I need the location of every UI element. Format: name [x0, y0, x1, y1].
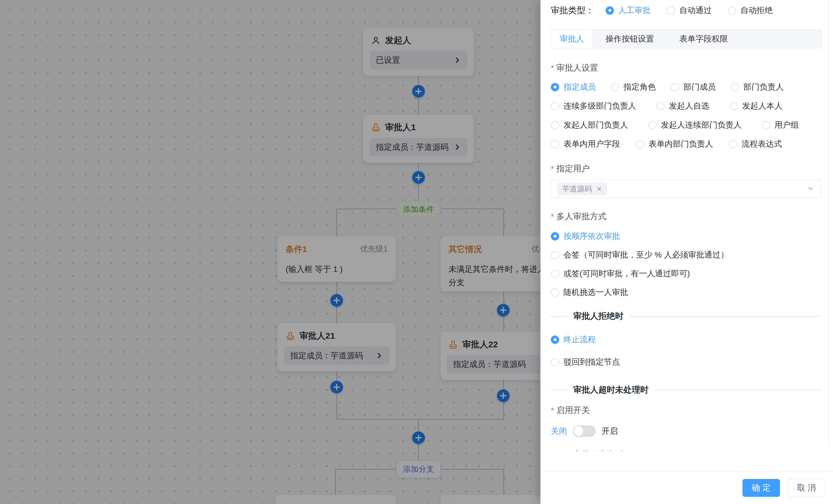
radio-random-one[interactable]: 随机挑选一人审批 — [551, 287, 628, 298]
multi-mode-row1: 按顺序依次审批 — [551, 230, 822, 242]
radio-dept-member[interactable]: 部门成员 — [671, 81, 716, 93]
radio-initiator-self[interactable]: 发起人本人 — [730, 101, 783, 111]
reject-row2: 驳回到指定节点 — [551, 356, 822, 368]
radio-initiator-choose[interactable]: 发起人自选 — [656, 101, 709, 111]
radio-auto-reject[interactable]: 自动拒绝 — [728, 5, 773, 16]
switch-off-text: 关闭 — [551, 426, 567, 436]
radio-process-expression[interactable]: 流程表达式 — [729, 138, 782, 149]
multi-mode-row2: 会签（可同时审批，至少 % 人必须审批通过） — [551, 249, 822, 261]
multi-mode-label: * 多人审批方式 — [551, 211, 822, 222]
approver-setting-row3: 发起人部门负责人 发起人连续部门负责人 用户组 — [551, 119, 822, 131]
enable-toggle[interactable] — [573, 425, 596, 437]
radio-or-sign[interactable]: 或签(可同时审批，有一人通过即可) — [551, 268, 690, 279]
reject-divider: 审批人拒绝时 — [551, 310, 822, 322]
radio-auto-approve[interactable]: 自动通过 — [667, 5, 712, 16]
tab-action-buttons[interactable]: 操作按钮设置 — [593, 30, 667, 48]
radio-icon — [551, 251, 559, 259]
radio-icon — [551, 121, 559, 129]
required-mark: * — [551, 212, 554, 222]
chevron-down-icon — [806, 184, 815, 194]
approver-setting-label: * 审批人设置 — [551, 62, 822, 74]
required-mark: * — [551, 64, 554, 73]
radio-icon — [636, 140, 644, 148]
radio-icon — [551, 83, 559, 91]
radio-return-to-node[interactable]: 驳回到指定节点 — [551, 356, 620, 368]
radio-icon — [551, 270, 559, 278]
radio-designated-member[interactable]: 指定成员 — [551, 81, 596, 93]
radio-manual-approval[interactable]: 人工审批 — [605, 5, 650, 16]
remove-tag-icon[interactable] — [596, 186, 602, 192]
radio-form-dept-leader[interactable]: 表单内部门负责人 — [636, 138, 713, 149]
radio-sequential-approval[interactable]: 按顺序依次审批 — [551, 231, 620, 242]
radio-icon — [667, 6, 675, 15]
empty-approver-divider: 审批人为空时 — [551, 449, 822, 451]
drawer-body: 审批类型： 人工审批 自动通过 自动拒绝 审批人 — [541, 0, 833, 451]
radio-user-group[interactable]: 用户组 — [762, 120, 799, 130]
settings-tabs: 审批人 操作按钮设置 表单字段权限 — [551, 29, 822, 48]
approver-setting-row2: 连续多级部门负责人 发起人自选 发起人本人 — [551, 100, 822, 112]
tab-approver[interactable]: 审批人 — [551, 30, 593, 48]
enable-switch-label: * 启用开关 — [551, 405, 822, 416]
radio-icon — [728, 6, 736, 15]
radio-icon — [551, 232, 559, 241]
radio-dept-leader[interactable]: 部门负责人 — [731, 81, 784, 93]
radio-icon — [648, 121, 657, 129]
tab-form-field-permissions[interactable]: 表单字段权限 — [667, 30, 740, 48]
scrollbar-track[interactable] — [828, 0, 829, 447]
approver-setting-row4: 表单内用户字段 表单内部门负责人 流程表达式 — [551, 138, 822, 150]
approver-setting-row1: 指定成员 指定角色 部门成员 部门负责人 — [551, 81, 822, 93]
radio-initiator-dept-leader[interactable]: 发起人部门负责人 — [551, 120, 628, 130]
radio-multi-level-dept-leader[interactable]: 连续多级部门负责人 — [551, 101, 636, 111]
required-mark: * — [551, 406, 554, 415]
approval-settings-drawer: 审批类型： 人工审批 自动通过 自动拒绝 审批人 — [541, 0, 833, 504]
radio-countersign[interactable]: 会签（可同时审批，至少 % 人必须审批通过） — [551, 249, 729, 260]
radio-icon — [611, 83, 619, 91]
assign-user-select[interactable]: 芋道源码 — [551, 180, 822, 198]
drawer-footer: 确 定 取 消 — [541, 471, 833, 504]
radio-icon — [656, 102, 665, 110]
approval-type-row: 审批类型： 人工审批 自动通过 自动拒绝 — [551, 4, 822, 17]
radio-form-user-field[interactable]: 表单内用户字段 — [551, 138, 620, 149]
radio-icon — [551, 140, 559, 148]
radio-icon — [551, 102, 559, 110]
multi-mode-row4: 随机挑选一人审批 — [551, 286, 822, 298]
switch-on-text: 开启 — [601, 426, 618, 436]
radio-icon — [551, 335, 559, 344]
radio-initiator-multi-dept-leader[interactable]: 发起人连续部门负责人 — [648, 120, 742, 130]
enable-switch-row: 关闭 开启 — [551, 425, 822, 437]
reject-row1: 终止流程 — [551, 334, 822, 345]
radio-icon — [730, 102, 738, 110]
multi-mode-row3: 或签(可同时审批，有一人通过即可) — [551, 268, 822, 279]
radio-icon — [671, 83, 679, 91]
timeout-divider: 审批人超时未处理时 — [551, 384, 822, 396]
radio-icon — [762, 121, 770, 129]
required-mark: * — [551, 164, 554, 174]
workflow-designer-app: 发起人 已设置 审批人1 指定成员：芋道源码 — [0, 0, 833, 504]
radio-icon — [731, 83, 739, 91]
radio-icon — [551, 288, 559, 297]
radio-designated-role[interactable]: 指定角色 — [611, 81, 656, 93]
radio-icon — [551, 358, 559, 366]
assign-user-label: * 指定用户 — [551, 163, 822, 175]
cancel-button[interactable]: 取 消 — [787, 479, 826, 497]
radio-icon — [605, 6, 614, 15]
confirm-button[interactable]: 确 定 — [742, 479, 780, 497]
radio-terminate-process[interactable]: 终止流程 — [551, 334, 596, 345]
approval-type-label: 审批类型： — [551, 5, 594, 17]
radio-icon — [729, 140, 737, 148]
selected-user-tag: 芋道源码 — [557, 183, 607, 195]
